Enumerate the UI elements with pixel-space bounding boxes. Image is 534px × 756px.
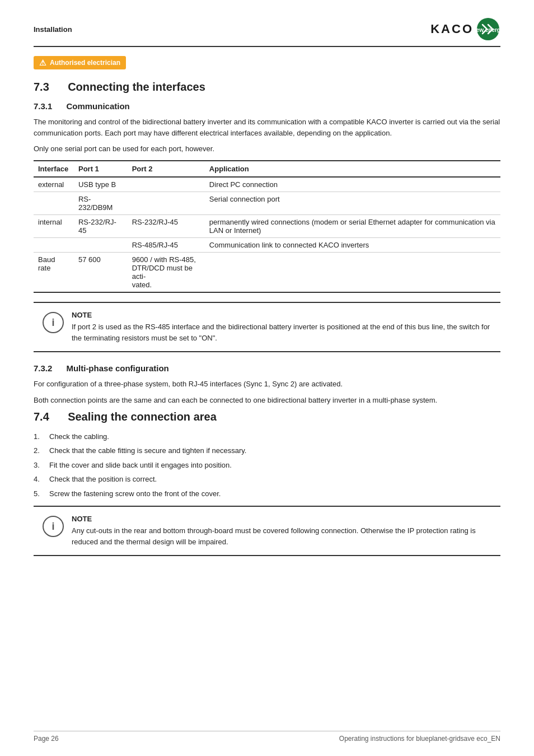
table-cell: RS-232/RJ-45 <box>128 215 205 238</box>
section-74-title: Sealing the connection area <box>68 410 217 423</box>
table-cell <box>128 192 205 215</box>
page-header: Installation KACO new energy <box>34 17 500 47</box>
section-732-para1: For configuration of a three-phase syste… <box>34 379 500 390</box>
table-cell: permanently wired connections (modem or … <box>205 215 500 238</box>
section-732-para2: Both connection points are the same and … <box>34 395 500 406</box>
table-cell: 9600 / with RS-485,DTR/DCD must be acti-… <box>128 253 205 293</box>
table-cell <box>205 253 500 293</box>
list-item: 1. Check the cabling. <box>34 431 500 442</box>
section-731-para1: The monitoring and control of the bidire… <box>34 116 500 139</box>
list-num: 5. <box>34 488 45 500</box>
list-num: 4. <box>34 474 45 485</box>
table-row: internal RS-232/RJ-45 RS-232/RJ-45 perma… <box>34 215 500 238</box>
table-header-port2: Port 2 <box>128 161 205 177</box>
section-73-heading: 7.3 Connecting the interfaces <box>34 81 500 94</box>
note-text-2: Any cut-outs in the rear and bottom thro… <box>72 525 491 547</box>
steps-list: 1. Check the cabling. 2. Check that the … <box>34 431 500 500</box>
table-cell: Baud rate <box>34 253 74 293</box>
table-cell: internal <box>34 215 74 238</box>
list-item: 2. Check that the cable fitting is secur… <box>34 445 500 456</box>
warning-icon: ⚠ <box>39 58 46 67</box>
table-cell: Direct PC connection <box>205 177 500 192</box>
note-content-1: NOTE If port 2 is used as the RS-485 int… <box>72 311 491 343</box>
table-cell <box>128 177 205 192</box>
table-cell: 57 600 <box>74 253 128 293</box>
section-732-heading: 7.3.2 Multi-phase configuration <box>34 363 500 373</box>
list-num: 1. <box>34 431 45 442</box>
list-item-text: Check that the position is correct. <box>49 474 157 485</box>
interfaces-table: Interface Port 1 Port 2 Application exte… <box>34 160 500 293</box>
list-num: 2. <box>34 445 45 456</box>
list-item: 5. Screw the fastening screw onto the fr… <box>34 488 500 500</box>
table-cell: USB type B <box>74 177 128 192</box>
note-box-2: i NOTE Any cut-outs in the rear and bott… <box>34 506 500 556</box>
list-item: 3. Fit the cover and slide back until it… <box>34 460 500 471</box>
warning-badge: ⚠ Authorised electrician <box>34 56 126 69</box>
table-cell: RS-232/DB9M <box>74 192 128 215</box>
section-74-heading: 7.4 Sealing the connection area <box>34 410 500 423</box>
list-item: 4. Check that the position is correct. <box>34 474 500 485</box>
note-content-2: NOTE Any cut-outs in the rear and bottom… <box>72 515 491 547</box>
table-cell: Serial connection port <box>205 192 500 215</box>
list-item-text: Screw the fastening screw onto the front… <box>49 488 221 500</box>
note-icon-1: i <box>43 312 64 333</box>
svg-text:new energy: new energy <box>476 27 500 33</box>
page-footer: Page 26 Operating instructions for bluep… <box>34 731 500 743</box>
header-title: Installation <box>34 25 72 34</box>
footer-doc: Operating instructions for blueplanet-gr… <box>339 735 500 743</box>
section-731-heading: 7.3.1 Communication <box>34 101 500 111</box>
table-cell <box>34 238 74 253</box>
table-cell <box>34 192 74 215</box>
list-item-text: Fit the cover and slide back until it en… <box>49 460 232 471</box>
table-header-application: Application <box>205 161 500 177</box>
section-731-title: Communication <box>66 101 129 111</box>
section-731-para2: Only one serial port can be used for eac… <box>34 143 500 155</box>
warning-label: Authorised electrician <box>50 59 120 67</box>
table-cell: RS-232/RJ-45 <box>74 215 128 238</box>
table-cell <box>74 238 128 253</box>
footer-page: Page 26 <box>34 735 59 743</box>
list-item-text: Check that the cable fitting is secure a… <box>49 445 246 456</box>
page: Installation KACO new energy ⚠ Authorise… <box>0 0 534 756</box>
note-text-1: If port 2 is used as the RS-485 interfac… <box>72 321 491 343</box>
section-73-title: Connecting the interfaces <box>68 81 205 93</box>
section-74-number: 7.4 <box>34 410 49 423</box>
table-cell: RS-485/RJ-45 <box>128 238 205 253</box>
note-icon-2: i <box>43 516 64 537</box>
table-header-interface: Interface <box>34 161 74 177</box>
note-title-2: NOTE <box>72 515 491 523</box>
section-732-number: 7.3.2 <box>34 363 52 373</box>
section-73-number: 7.3 <box>34 81 49 93</box>
list-num: 3. <box>34 460 45 471</box>
table-cell: external <box>34 177 74 192</box>
table-row: RS-485/RJ-45 Communication link to conne… <box>34 238 500 253</box>
section-732-title: Multi-phase configuration <box>66 363 168 373</box>
logo-icon: new energy <box>476 17 500 41</box>
section-731-number: 7.3.1 <box>34 101 52 111</box>
list-item-text: Check the cabling. <box>49 431 109 442</box>
note-title-1: NOTE <box>72 311 491 319</box>
table-cell: Communication link to connected KACO inv… <box>205 238 500 253</box>
logo-text: KACO <box>430 22 474 36</box>
table-row: Baud rate 57 600 9600 / with RS-485,DTR/… <box>34 253 500 293</box>
table-row: RS-232/DB9M Serial connection port <box>34 192 500 215</box>
table-header-port1: Port 1 <box>74 161 128 177</box>
table-row: external USB type B Direct PC connection <box>34 177 500 192</box>
note-box-1: i NOTE If port 2 is used as the RS-485 i… <box>34 302 500 352</box>
logo: KACO new energy <box>430 17 500 41</box>
